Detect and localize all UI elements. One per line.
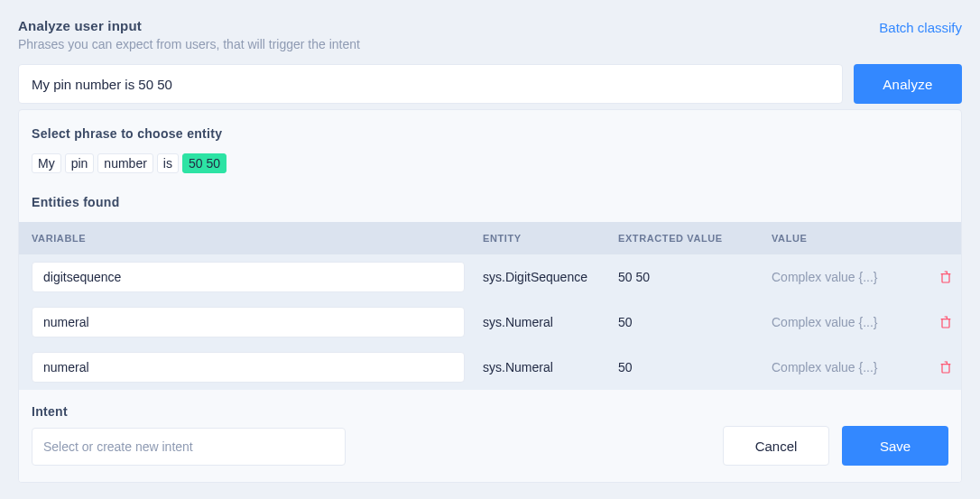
page-subtitle: Phrases you can expect from users, that … — [18, 37, 360, 51]
entities-table-header: VARIABLE ENTITY EXTRACTED VALUE VALUE — [19, 222, 961, 254]
cancel-button[interactable]: Cancel — [723, 426, 829, 466]
variable-input[interactable] — [32, 352, 465, 383]
save-button[interactable]: Save — [842, 426, 948, 466]
extracted-value-cell: 50 — [618, 360, 772, 374]
trash-icon[interactable] — [925, 269, 962, 285]
extracted-value-cell: 50 50 — [618, 270, 772, 284]
phrase-section-title: Select phrase to choose entity — [32, 126, 948, 141]
entity-cell: sys.Numeral — [483, 360, 618, 374]
value-cell: Complex value {...} — [772, 315, 925, 329]
table-row: sys.DigitSequence50 50Complex value {...… — [19, 254, 961, 300]
page-title: Analyze user input — [18, 18, 360, 33]
trash-icon[interactable] — [925, 359, 962, 375]
table-row: sys.Numeral50Complex value {...} — [19, 300, 961, 345]
results-panel: Select phrase to choose entity Mypinnumb… — [18, 109, 962, 483]
trash-icon[interactable] — [925, 314, 962, 330]
phrase-token[interactable]: 50 50 — [182, 153, 227, 173]
table-row: sys.Numeral50Complex value {...} — [19, 345, 961, 390]
col-variable: VARIABLE — [32, 233, 483, 244]
entity-cell: sys.Numeral — [483, 315, 618, 329]
intent-label: Intent — [32, 404, 346, 419]
phrase-token[interactable]: pin — [65, 153, 95, 173]
phrase-token[interactable]: is — [157, 153, 179, 173]
extracted-value-cell: 50 — [618, 315, 772, 329]
variable-input[interactable] — [32, 307, 465, 337]
entity-cell: sys.DigitSequence — [483, 270, 618, 284]
token-list: Mypinnumberis50 50 — [32, 153, 948, 173]
value-cell: Complex value {...} — [772, 360, 925, 374]
col-value: VALUE — [772, 233, 925, 244]
user-input-field[interactable] — [18, 64, 843, 104]
variable-input[interactable] — [32, 262, 465, 292]
analyze-button[interactable]: Analyze — [854, 64, 962, 104]
col-entity: ENTITY — [483, 233, 618, 244]
batch-classify-link[interactable]: Batch classify — [879, 20, 962, 35]
intent-input[interactable] — [32, 428, 346, 466]
col-extracted: EXTRACTED VALUE — [618, 233, 772, 244]
value-cell: Complex value {...} — [772, 270, 925, 284]
phrase-token[interactable]: number — [97, 153, 153, 173]
phrase-token[interactable]: My — [32, 153, 61, 173]
entities-section-title: Entities found — [19, 191, 961, 222]
